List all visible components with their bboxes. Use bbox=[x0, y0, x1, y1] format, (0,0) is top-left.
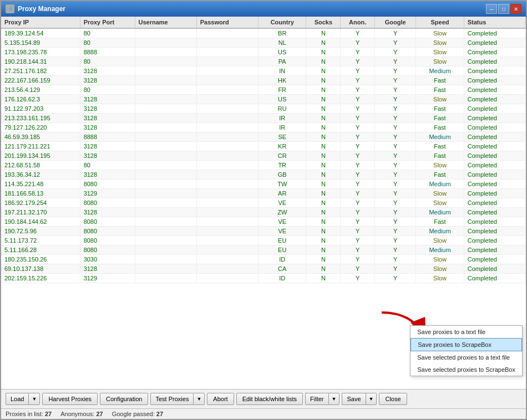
cell-ip: 222.167.166.159 bbox=[1, 76, 80, 85]
cell-anon: Y bbox=[341, 38, 375, 48]
cell-speed: Slow bbox=[416, 28, 464, 38]
table-row[interactable]: 5.11.166.28 8080 EU N Y Y Medium Complet… bbox=[1, 245, 526, 255]
cell-port: 3128 bbox=[80, 76, 135, 85]
table-row[interactable]: 176.126.62.3 3128 US N Y Y Slow Complete… bbox=[1, 95, 526, 104]
cell-google: Y bbox=[375, 38, 416, 48]
table-row[interactable]: 190.184.144.62 8080 VE N Y Y Fast Comple… bbox=[1, 217, 526, 227]
cell-country: PA bbox=[258, 57, 306, 66]
save-selected-text-item[interactable]: Save selected proxies to a text file bbox=[411, 351, 522, 363]
cell-ip: 180.235.150.26 bbox=[1, 255, 80, 264]
cell-port: 3128 bbox=[80, 142, 135, 151]
cell-country: TW bbox=[258, 180, 306, 189]
cell-status: Completed bbox=[464, 208, 525, 217]
cell-password bbox=[196, 57, 258, 66]
table-row[interactable]: 190.72.5.96 8080 VE N Y Y Medium Complet… bbox=[1, 227, 526, 236]
cell-ip: 213.56.4.129 bbox=[1, 85, 80, 95]
table-row[interactable]: 193.36.34.12 3128 GB N Y Y Fast Complete… bbox=[1, 170, 526, 180]
save-text-file-item[interactable]: Save proxies to a text file bbox=[411, 326, 522, 338]
cell-ip: 212.68.51.58 bbox=[1, 161, 80, 170]
cell-username bbox=[135, 170, 196, 180]
abort-button[interactable]: Abort bbox=[207, 393, 234, 405]
cell-password bbox=[196, 132, 258, 142]
test-proxies-dropdown-button[interactable]: ▼ bbox=[193, 393, 205, 405]
table-row[interactable]: 5.11.173.72 8080 EU N Y Y Slow Completed bbox=[1, 236, 526, 245]
filter-dropdown-button[interactable]: ▼ bbox=[328, 393, 340, 405]
edit-blackwhite-button[interactable]: Edit black/white lists bbox=[236, 393, 303, 405]
cell-ip: 79.127.126.220 bbox=[1, 123, 80, 132]
cell-ip: 173.198.235.78 bbox=[1, 48, 80, 57]
table-row[interactable]: 180.235.150.26 3030 ID N Y Y Slow Comple… bbox=[1, 255, 526, 264]
cell-google: Y bbox=[375, 48, 416, 57]
table-row[interactable]: 190.218.144.31 80 PA N Y Y Slow Complete… bbox=[1, 57, 526, 66]
table-row[interactable]: 114.35.221.48 8080 TW N Y Y Medium Compl… bbox=[1, 180, 526, 189]
save-selected-scrapebox-item[interactable]: Save selected proxies to ScrapeBox bbox=[411, 363, 522, 376]
cell-ip: 189.39.124.54 bbox=[1, 28, 80, 38]
table-row[interactable]: 213.56.4.129 80 FR N Y Y Fast Completed bbox=[1, 85, 526, 95]
cell-anon: Y bbox=[341, 208, 375, 217]
table-row[interactable]: 213.233.161.195 3128 IR N Y Y Fast Compl… bbox=[1, 114, 526, 123]
table-row[interactable]: 189.39.124.54 80 BR N Y Y Slow Completed bbox=[1, 28, 526, 38]
close-window-button[interactable]: ✕ bbox=[510, 4, 521, 14]
table-row[interactable]: 197.211.32.170 3128 ZW N Y Y Medium Comp… bbox=[1, 208, 526, 217]
table-row[interactable]: 79.127.126.220 3128 IR N Y Y Fast Comple… bbox=[1, 123, 526, 132]
maximize-button[interactable]: □ bbox=[498, 4, 509, 14]
cell-ip: 193.36.34.12 bbox=[1, 170, 80, 180]
save-dropdown-button[interactable]: ▼ bbox=[366, 393, 377, 405]
cell-username bbox=[135, 132, 196, 142]
test-proxies-button[interactable]: Test Proxies bbox=[150, 393, 193, 405]
table-row[interactable]: 69.10.137.138 3128 CA N Y Y Slow Complet… bbox=[1, 264, 526, 274]
table-row[interactable]: 212.68.51.58 80 TR N Y Y Slow Completed bbox=[1, 161, 526, 170]
cell-socks: N bbox=[306, 198, 341, 208]
cell-username bbox=[135, 114, 196, 123]
cell-ip: 91.122.97.203 bbox=[1, 104, 80, 114]
table-row[interactable]: 186.92.179.254 8080 VE N Y Y Slow Comple… bbox=[1, 198, 526, 208]
configuration-button[interactable]: Configuration bbox=[100, 393, 148, 405]
cell-socks: N bbox=[306, 189, 341, 198]
cell-speed: Fast bbox=[416, 123, 464, 132]
load-dropdown-button[interactable]: ▼ bbox=[28, 393, 40, 405]
cell-status: Completed bbox=[464, 48, 525, 57]
cell-status: Completed bbox=[464, 104, 525, 114]
cell-google: Y bbox=[375, 132, 416, 142]
table-row[interactable]: 201.199.134.195 3128 CR N Y Y Fast Compl… bbox=[1, 151, 526, 161]
cell-google: Y bbox=[375, 28, 416, 38]
close-button[interactable]: Close bbox=[379, 393, 407, 405]
table-row[interactable]: 91.122.97.203 3128 RU N Y Y Fast Complet… bbox=[1, 104, 526, 114]
cell-username bbox=[135, 38, 196, 48]
cell-speed: Medium bbox=[416, 66, 464, 76]
cell-status: Completed bbox=[464, 66, 525, 76]
cell-country: AR bbox=[258, 189, 306, 198]
filter-button[interactable]: Filter bbox=[305, 393, 328, 405]
cell-anon: Y bbox=[341, 142, 375, 151]
cell-speed: Slow bbox=[416, 57, 464, 66]
cell-port: 80 bbox=[80, 161, 135, 170]
cell-port: 8080 bbox=[80, 236, 135, 245]
cell-socks: N bbox=[306, 264, 341, 274]
table-row[interactable]: 173.198.235.78 8888 US N Y Y Slow Comple… bbox=[1, 48, 526, 57]
table-row[interactable]: 27.251.176.182 3128 IN N Y Y Medium Comp… bbox=[1, 66, 526, 76]
cell-anon: Y bbox=[341, 198, 375, 208]
cell-port: 80 bbox=[80, 85, 135, 95]
cell-google: Y bbox=[375, 85, 416, 95]
table-row[interactable]: 121.179.211.221 3128 KR N Y Y Fast Compl… bbox=[1, 142, 526, 151]
table-row[interactable]: 46.59.39.185 8888 SE N Y Y Medium Comple… bbox=[1, 132, 526, 142]
table-row[interactable]: 222.167.166.159 3128 HK N Y Y Fast Compl… bbox=[1, 76, 526, 85]
save-button[interactable]: Save bbox=[342, 393, 365, 405]
cell-anon: Y bbox=[341, 85, 375, 95]
table-row[interactable]: 181.166.58.13 3129 AR N Y Y Slow Complet… bbox=[1, 189, 526, 198]
cell-anon: Y bbox=[341, 245, 375, 255]
cell-port: 8080 bbox=[80, 227, 135, 236]
save-scrapebox-item[interactable]: Save proxies to ScrapeBox bbox=[411, 338, 522, 351]
load-button[interactable]: Load bbox=[6, 393, 28, 405]
table-row[interactable]: 202.159.15.226 3129 ID N Y Y Slow Comple… bbox=[1, 274, 526, 283]
harvest-proxies-button[interactable]: Harvest Proxies bbox=[42, 393, 98, 405]
cell-socks: N bbox=[306, 57, 341, 66]
minimize-button[interactable]: – bbox=[486, 4, 497, 14]
cell-google: Y bbox=[375, 227, 416, 236]
cell-status: Completed bbox=[464, 142, 525, 151]
cell-username bbox=[135, 274, 196, 283]
cell-socks: N bbox=[306, 170, 341, 180]
cell-status: Completed bbox=[464, 227, 525, 236]
cell-speed: Slow bbox=[416, 255, 464, 264]
table-row[interactable]: 5.135.154.89 80 NL N Y Y Slow Completed bbox=[1, 38, 526, 48]
